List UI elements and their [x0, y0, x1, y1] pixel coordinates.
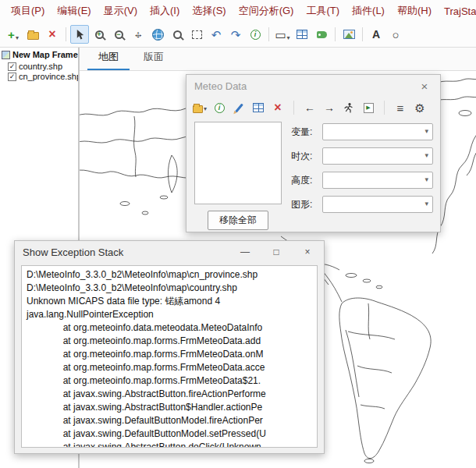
remove-all-button[interactable]: 移除全部 — [208, 211, 268, 230]
text-icon: A — [372, 28, 380, 41]
variable-label: 变量: — [291, 126, 318, 139]
stack-line: at org.meteoinfo.map.forms.FrmMeteoData.… — [27, 361, 312, 374]
data-info-button[interactable]: i — [212, 101, 226, 115]
maximize-button[interactable]: □ — [271, 246, 282, 257]
layer-node-cn-province[interactable]: ✓ cn_province.shp — [8, 72, 76, 81]
previous-time-button[interactable]: ← — [303, 101, 317, 115]
step-run-button[interactable]: ▶ — [361, 101, 375, 115]
menu-select[interactable]: 选择(S) — [186, 2, 232, 20]
magnifier-icon — [173, 30, 182, 39]
zoom-to-layer-button[interactable] — [168, 25, 186, 44]
runner-icon — [343, 102, 354, 113]
close-icon: × — [48, 28, 55, 41]
caret-down-icon: ▾ — [204, 105, 207, 115]
table-icon — [297, 30, 307, 39]
exception-dialog-titlebar[interactable]: Show Exception Stack — □ × — [15, 241, 324, 263]
identify-button[interactable]: i — [246, 25, 265, 44]
opened-data-listbox[interactable] — [194, 122, 282, 204]
layer-checkbox[interactable]: ✓ — [8, 62, 16, 71]
animate-button[interactable] — [342, 101, 356, 115]
zoom-previous-button[interactable]: ↶ — [207, 25, 226, 44]
text-tool-button[interactable]: A — [367, 25, 385, 44]
menu-trajstat[interactable]: TrajStat — [438, 3, 476, 20]
draw-data-button[interactable] — [232, 101, 246, 115]
zoom-next-button[interactable]: ↷ — [226, 25, 245, 44]
select-feature-button[interactable]: ▭▾ — [273, 25, 292, 44]
close-button[interactable]: × — [417, 80, 432, 93]
stack-line: D:\MeteoInfo_3.3.0_b2\MeteoInfo\map\cn_p… — [27, 268, 312, 282]
tab-layout[interactable]: 版面 — [133, 46, 175, 70]
label-button[interactable] — [312, 25, 331, 44]
menu-insert[interactable]: 插入(I) — [144, 2, 186, 20]
layer-checkbox[interactable]: ✓ — [8, 73, 16, 81]
stack-line: at org.meteoinfo.map.forms.FrmMeteoData.… — [27, 335, 312, 348]
globe-icon — [152, 29, 164, 41]
variable-select[interactable]: ▾ — [322, 123, 433, 140]
remove-layer-button[interactable]: × — [43, 25, 62, 44]
zoom-in-tool-button[interactable]: + — [90, 25, 108, 44]
meteo-data-dialog: Meteo Data × ▾ i × ← → ▶ ≡ ⚙ 移除全部 — [186, 74, 441, 232]
list-icon: ≡ — [397, 102, 404, 114]
ellipse-tool-button[interactable]: ○ — [386, 25, 405, 44]
attribute-table-button[interactable] — [293, 25, 311, 44]
gear-icon: ⚙ — [414, 102, 424, 114]
toolbar-separator — [293, 101, 294, 115]
meteo-dialog-titlebar[interactable]: Meteo Data × — [186, 75, 440, 97]
select-tool-button[interactable] — [70, 25, 89, 44]
stack-line: D:\MeteoInfo_3.3.0_b2\MeteoInfo\map\coun… — [27, 282, 312, 295]
new-project-button[interactable]: +▾ — [4, 25, 23, 44]
level-select[interactable]: ▾ — [322, 172, 433, 189]
exception-stack-text[interactable]: D:\MeteoInfo_3.3.0_b2\MeteoInfo\map\cn_p… — [21, 265, 318, 448]
pencil-icon — [235, 103, 243, 112]
pan-tool-button[interactable]: ↔↕ — [129, 25, 147, 44]
menu-project[interactable]: 项目(P) — [5, 2, 51, 20]
remove-data-button[interactable]: × — [271, 101, 285, 115]
open-project-button[interactable] — [23, 25, 42, 44]
zoom-to-extent-button[interactable] — [187, 25, 206, 44]
graphic-select[interactable]: ▾ — [322, 196, 433, 213]
stack-line: at javax.swing.AbstractButton.doClick(Un… — [27, 441, 312, 448]
map-frame-label: New Map Frame — [12, 50, 78, 59]
time-select[interactable]: ▾ — [322, 147, 433, 165]
close-button[interactable]: × — [302, 246, 313, 257]
settings-button[interactable]: ⚙ — [413, 101, 427, 115]
info-icon: i — [250, 30, 261, 40]
redo-icon: ↷ — [231, 29, 241, 41]
meteo-dialog-body: 移除全部 变量: ▾ 时次: ▾ 高度: ▾ 图形: ▾ — [186, 119, 440, 230]
layer-label: cn_province.shp — [19, 72, 80, 81]
rect-select-icon: ▭ — [275, 29, 286, 41]
stack-line: at javax.swing.DefaultButtonModel.setPre… — [27, 427, 312, 441]
graphic-label: 图形: — [291, 198, 318, 211]
menu-spatial-analysis[interactable]: 空间分析(G) — [233, 2, 300, 20]
menu-edit[interactable]: 编辑(E) — [51, 2, 97, 20]
exception-stack-dialog: Show Exception Stack — □ × D:\MeteoInfo_… — [14, 240, 325, 454]
layer-node-country[interactable]: ✓ country.shp — [8, 62, 76, 71]
next-time-button[interactable]: → — [322, 101, 336, 115]
zoom-out-icon: − — [115, 30, 123, 39]
folder-icon — [193, 105, 203, 113]
zoom-in-icon: + — [95, 30, 104, 39]
tab-map[interactable]: 地图 — [87, 46, 130, 70]
data-table-button[interactable] — [251, 101, 265, 115]
full-extent-button[interactable] — [148, 25, 167, 44]
zoom-out-tool-button[interactable]: − — [109, 25, 128, 44]
menu-view[interactable]: 显示(V) — [98, 2, 144, 20]
menu-help[interactable]: 帮助(H) — [391, 2, 438, 20]
map-frame-node[interactable]: New Map Frame — [2, 50, 76, 59]
menu-tools[interactable]: 工具(T) — [300, 2, 346, 20]
meteoinfo-window: 项目(P) 编辑(E) 显示(V) 插入(I) 选择(S) 空间分析(G) 工具… — [0, 0, 476, 468]
table-icon — [253, 103, 264, 112]
toolbar-separator — [268, 27, 269, 41]
data-field-controls: 变量: ▾ 时次: ▾ 高度: ▾ 图形: ▾ — [291, 122, 433, 230]
meteo-data-button[interactable] — [339, 25, 358, 44]
data-list-button[interactable]: ≡ — [393, 101, 407, 115]
chevron-down-icon: ▾ — [424, 176, 428, 183]
minimize-button[interactable]: — — [240, 246, 250, 257]
menu-plugins[interactable]: 插件(L) — [346, 2, 391, 20]
menu-bar: 项目(P) 编辑(E) 显示(V) 插入(I) 选择(S) 空间分析(G) 工具… — [0, 0, 476, 22]
undo-icon: ↶ — [211, 29, 222, 41]
toolbar-separator — [66, 27, 66, 41]
exception-dialog-title: Show Exception Stack — [23, 246, 123, 258]
time-label: 时次: — [291, 150, 318, 163]
open-data-button[interactable]: ▾ — [193, 101, 207, 115]
